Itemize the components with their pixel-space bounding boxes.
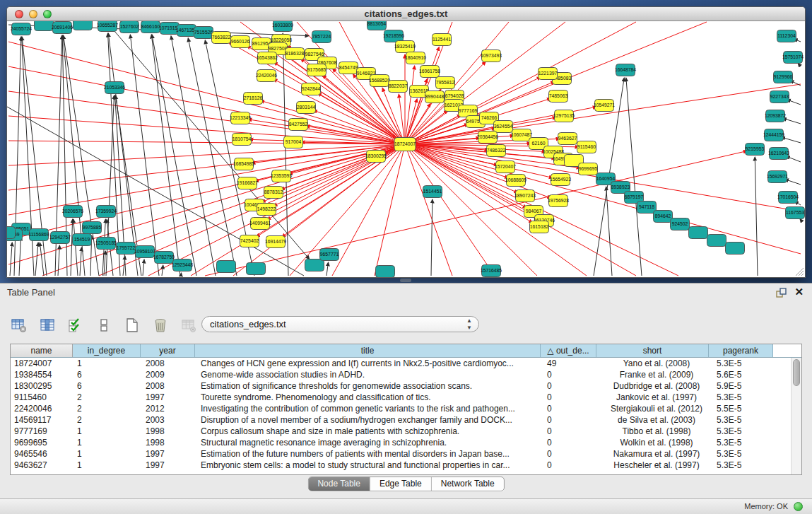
graph-node[interactable]: 8878312: [264, 187, 283, 199]
graph-node[interactable]: 19756928: [548, 195, 569, 207]
graph-node[interactable]: 9115460: [577, 141, 596, 153]
table-cell[interactable]: 1: [73, 358, 142, 369]
table-cell[interactable]: 2003: [142, 414, 197, 426]
column-header-name[interactable]: name: [11, 344, 73, 357]
table-cell[interactable]: Jankovic et al. (1997): [600, 392, 713, 403]
black-edge[interactable]: [71, 219, 73, 276]
graph-node[interactable]: 12353593: [271, 170, 292, 182]
graph-node[interactable]: 917004: [284, 136, 303, 148]
black-edge[interactable]: [171, 36, 216, 276]
column-header-title[interactable]: title: [195, 344, 541, 357]
graph-node[interactable]: 1810754: [233, 134, 252, 146]
table-cell[interactable]: Wolkin et al. (1998): [600, 437, 713, 448]
graph-node[interactable]: 19166827: [237, 177, 258, 189]
graph-node[interactable]: 12093872: [765, 110, 786, 122]
graph-node[interactable]: 14099461: [249, 218, 271, 230]
table-cell[interactable]: 18300295: [11, 380, 73, 392]
graph-node[interactable]: [376, 266, 395, 278]
tab-node-table[interactable]: Node Table: [308, 477, 370, 491]
graph-node[interactable]: 12444159: [763, 129, 784, 141]
table-cell[interactable]: 9465546: [11, 448, 73, 460]
graph-node[interactable]: 8813054: [367, 21, 387, 30]
graph-node[interactable]: 9660126: [231, 36, 250, 48]
table-cell[interactable]: Estimation of the future numbers of pati…: [197, 448, 543, 460]
table-row[interactable]: 946554611997Estimation of the future num…: [11, 448, 791, 460]
table-cell[interactable]: Yano et al. (2008): [600, 358, 713, 369]
table-cell[interactable]: 14569117: [11, 414, 73, 426]
network-window-titlebar[interactable]: citations_edges.txt: [7, 7, 805, 21]
graph-node[interactable]: 10655287: [97, 21, 118, 32]
graph-node[interactable]: 16543862: [257, 52, 278, 64]
trash-icon[interactable]: [151, 316, 170, 334]
graph-node[interactable]: 20206576: [62, 206, 83, 218]
graph-node[interactable]: [726, 243, 745, 255]
table-cell[interactable]: Changes of HCN gene expression and I(f) …: [197, 358, 543, 369]
table-cell[interactable]: 5.5E-5: [713, 403, 778, 414]
black-edge[interactable]: [798, 63, 801, 66]
table-cell[interactable]: 0: [543, 437, 600, 448]
close-icon[interactable]: ✕: [794, 286, 804, 298]
table-cell[interactable]: Dudbridge et al. (2008): [600, 380, 713, 392]
graph-node[interactable]: 19218596: [383, 30, 404, 42]
graph-node[interactable]: [73, 21, 93, 30]
graph-node[interactable]: 1795722: [117, 243, 136, 255]
graph-node[interactable]: 9657771: [320, 249, 339, 261]
graph-node[interactable]: 8427552: [289, 119, 308, 131]
graph-node[interactable]: 7857224: [312, 31, 331, 43]
graph-node[interactable]: 1167553: [786, 207, 805, 219]
table-row[interactable]: 946362711997Embryonic stem cells: a mode…: [11, 460, 791, 471]
graph-node[interactable]: 15720407: [495, 161, 516, 173]
graph-node[interactable]: 18300295: [365, 151, 387, 163]
table-cell[interactable]: Tibbo et al. (1998): [600, 426, 713, 437]
table-cell[interactable]: 2009: [142, 369, 197, 380]
black-edge[interactable]: [123, 256, 125, 276]
graph-node[interactable]: 16854985: [233, 158, 254, 170]
table-cell[interactable]: Investigating the contribution of common…: [197, 403, 543, 414]
graph-node[interactable]: 9227343: [770, 91, 789, 103]
table-cell[interactable]: 19384554: [11, 369, 73, 380]
table-cell[interactable]: 1998: [142, 437, 197, 448]
table-cell[interactable]: 1: [73, 426, 142, 437]
graph-node[interactable]: 12923448: [172, 259, 193, 271]
table-cell[interactable]: Franke et al. (2009): [600, 369, 713, 380]
table-row[interactable]: 1872400712008Changes of HCN gene express…: [11, 358, 791, 369]
graph-node[interactable]: 15716485: [481, 265, 502, 277]
red-edge[interactable]: [405, 144, 495, 276]
graph-node[interactable]: 1527602: [120, 21, 139, 33]
black-edge[interactable]: [326, 262, 329, 276]
graph-node[interactable]: 10688609: [505, 175, 526, 187]
table-cell[interactable]: 0: [543, 426, 600, 437]
graph-node[interactable]: 894642: [654, 211, 673, 223]
table-cell[interactable]: 2: [73, 403, 142, 414]
graph-node[interactable]: 1221397: [539, 68, 558, 80]
graph-node[interactable]: 8186328: [286, 48, 305, 60]
graph-node[interactable]: [35, 21, 54, 31]
table-cell[interactable]: Tourette syndrome. Phenomenology and cla…: [197, 392, 543, 403]
table-cell[interactable]: 9777169: [11, 426, 73, 437]
table-cell[interactable]: Hescheler et al. (1997): [600, 460, 713, 471]
red-edge[interactable]: [8, 91, 405, 144]
table-cell[interactable]: 2008: [142, 380, 197, 392]
graph-node[interactable]: 18640910: [405, 52, 426, 64]
table-cell[interactable]: 9699695: [11, 437, 73, 448]
panel-splitter-handle[interactable]: [400, 279, 411, 282]
table-row[interactable]: 911546021997Tourette syndrome. Phenomeno…: [11, 392, 791, 403]
table-cell[interactable]: Stergiakouli et al. (2012): [600, 403, 713, 414]
graph-node[interactable]: 9215953: [746, 144, 765, 156]
graph-node[interactable]: 7955812: [436, 77, 455, 89]
graph-node[interactable]: 12213349: [230, 112, 251, 124]
table-cell[interactable]: 5.3E-5: [713, 460, 778, 471]
black-edge[interactable]: [606, 187, 612, 276]
graph-node[interactable]: 15688520: [369, 75, 390, 87]
graph-node[interactable]: 2718126: [244, 93, 263, 105]
zoom-window-icon[interactable]: [43, 10, 52, 18]
table-cell[interactable]: de Silva et al. (2003): [600, 414, 713, 426]
table-cell[interactable]: 1: [73, 448, 142, 460]
table-cell[interactable]: 5.3E-5: [713, 448, 778, 460]
scrollbar-thumb[interactable]: [793, 359, 800, 386]
graph-node[interactable]: [707, 235, 726, 247]
graph-node[interactable]: 15692971: [767, 171, 788, 183]
graph-node[interactable]: [689, 227, 708, 239]
black-edge[interactable]: [151, 35, 180, 276]
graph-node[interactable]: 7486322: [487, 145, 506, 157]
